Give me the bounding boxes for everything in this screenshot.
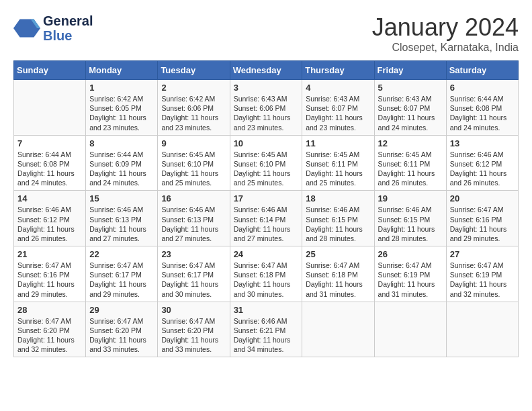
- calendar-header-row: SundayMondayTuesdayWednesdayThursdayFrid…: [14, 61, 519, 80]
- calendar-cell: 20Sunrise: 6:47 AMSunset: 6:16 PMDayligh…: [446, 191, 518, 246]
- day-number: 15: [89, 193, 154, 203]
- day-number: 7: [17, 138, 82, 148]
- day-number: 2: [161, 83, 226, 93]
- month-title: January 2024: [372, 13, 519, 42]
- calendar-cell: [374, 302, 446, 357]
- logo: General Blue: [13, 13, 93, 43]
- day-number: 27: [450, 249, 515, 259]
- calendar-week-row: 1Sunrise: 6:42 AMSunset: 6:05 PMDaylight…: [14, 80, 519, 136]
- cell-info: Sunrise: 6:44 AMSunset: 6:09 PMDaylight:…: [89, 150, 154, 188]
- logo-icon: [13, 15, 40, 42]
- calendar-cell: 10Sunrise: 6:45 AMSunset: 6:10 PMDayligh…: [230, 135, 302, 191]
- calendar-cell: 31Sunrise: 6:46 AMSunset: 6:21 PMDayligh…: [230, 302, 302, 357]
- cell-info: Sunrise: 6:46 AMSunset: 6:13 PMDaylight:…: [161, 205, 226, 243]
- day-number: 19: [378, 193, 443, 203]
- calendar-cell: 12Sunrise: 6:45 AMSunset: 6:11 PMDayligh…: [374, 135, 446, 191]
- weekday-header-saturday: Saturday: [446, 61, 518, 80]
- location-subtitle: Closepet, Karnataka, India: [372, 42, 519, 54]
- calendar-cell: 6Sunrise: 6:44 AMSunset: 6:08 PMDaylight…: [446, 80, 518, 136]
- cell-info: Sunrise: 6:47 AMSunset: 6:19 PMDaylight:…: [378, 261, 443, 299]
- day-number: 5: [378, 83, 443, 93]
- calendar-cell: 4Sunrise: 6:43 AMSunset: 6:07 PMDaylight…: [302, 80, 374, 136]
- day-number: 4: [306, 83, 370, 93]
- day-number: 10: [234, 138, 299, 148]
- calendar-week-row: 28Sunrise: 6:47 AMSunset: 6:20 PMDayligh…: [14, 302, 519, 357]
- calendar-cell: 3Sunrise: 6:43 AMSunset: 6:06 PMDaylight…: [230, 80, 302, 136]
- day-number: 22: [89, 249, 154, 259]
- day-number: 1: [89, 83, 154, 93]
- cell-info: Sunrise: 6:47 AMSunset: 6:20 PMDaylight:…: [89, 316, 154, 355]
- calendar-cell: 2Sunrise: 6:42 AMSunset: 6:06 PMDaylight…: [158, 80, 230, 136]
- calendar-cell: 18Sunrise: 6:46 AMSunset: 6:15 PMDayligh…: [302, 191, 374, 246]
- cell-info: Sunrise: 6:42 AMSunset: 6:06 PMDaylight:…: [161, 94, 226, 132]
- day-number: 6: [450, 83, 515, 93]
- weekday-header-sunday: Sunday: [14, 61, 86, 80]
- cell-info: Sunrise: 6:43 AMSunset: 6:07 PMDaylight:…: [378, 94, 443, 132]
- weekday-header-monday: Monday: [86, 61, 158, 80]
- calendar-cell: 16Sunrise: 6:46 AMSunset: 6:13 PMDayligh…: [158, 191, 230, 246]
- calendar-week-row: 21Sunrise: 6:47 AMSunset: 6:16 PMDayligh…: [14, 246, 519, 302]
- calendar-cell: 9Sunrise: 6:45 AMSunset: 6:10 PMDaylight…: [158, 135, 230, 191]
- day-number: 28: [17, 305, 82, 315]
- calendar-cell: 14Sunrise: 6:46 AMSunset: 6:12 PMDayligh…: [14, 191, 86, 246]
- cell-info: Sunrise: 6:46 AMSunset: 6:13 PMDaylight:…: [89, 205, 154, 243]
- cell-info: Sunrise: 6:47 AMSunset: 6:20 PMDaylight:…: [161, 316, 226, 355]
- day-number: 11: [306, 138, 370, 148]
- cell-info: Sunrise: 6:43 AMSunset: 6:07 PMDaylight:…: [306, 94, 370, 132]
- cell-info: Sunrise: 6:44 AMSunset: 6:08 PMDaylight:…: [450, 94, 515, 132]
- cell-info: Sunrise: 6:46 AMSunset: 6:12 PMDaylight:…: [450, 150, 515, 188]
- cell-info: Sunrise: 6:45 AMSunset: 6:10 PMDaylight:…: [234, 150, 299, 188]
- calendar-cell: 13Sunrise: 6:46 AMSunset: 6:12 PMDayligh…: [446, 135, 518, 191]
- cell-info: Sunrise: 6:47 AMSunset: 6:17 PMDaylight:…: [89, 261, 154, 299]
- calendar-week-row: 7Sunrise: 6:44 AMSunset: 6:08 PMDaylight…: [14, 135, 519, 191]
- calendar-table: SundayMondayTuesdayWednesdayThursdayFrid…: [13, 60, 519, 357]
- day-number: 12: [378, 138, 443, 148]
- cell-info: Sunrise: 6:46 AMSunset: 6:15 PMDaylight:…: [378, 205, 443, 243]
- cell-info: Sunrise: 6:45 AMSunset: 6:11 PMDaylight:…: [378, 150, 443, 188]
- calendar-cell: 7Sunrise: 6:44 AMSunset: 6:08 PMDaylight…: [14, 135, 86, 191]
- cell-info: Sunrise: 6:47 AMSunset: 6:17 PMDaylight:…: [161, 261, 226, 299]
- calendar-cell: 26Sunrise: 6:47 AMSunset: 6:19 PMDayligh…: [374, 246, 446, 302]
- day-number: 30: [161, 305, 226, 315]
- calendar-cell: 22Sunrise: 6:47 AMSunset: 6:17 PMDayligh…: [86, 246, 158, 302]
- day-number: 3: [234, 83, 299, 93]
- calendar-cell: [446, 302, 518, 357]
- logo-text-line2: Blue: [43, 28, 93, 43]
- calendar-cell: [302, 302, 374, 357]
- cell-info: Sunrise: 6:45 AMSunset: 6:10 PMDaylight:…: [161, 150, 226, 188]
- day-number: 8: [89, 138, 154, 148]
- cell-info: Sunrise: 6:47 AMSunset: 6:16 PMDaylight:…: [17, 261, 82, 299]
- calendar-cell: 25Sunrise: 6:47 AMSunset: 6:18 PMDayligh…: [302, 246, 374, 302]
- calendar-cell: 17Sunrise: 6:46 AMSunset: 6:14 PMDayligh…: [230, 191, 302, 246]
- calendar-cell: 23Sunrise: 6:47 AMSunset: 6:17 PMDayligh…: [158, 246, 230, 302]
- calendar-week-row: 14Sunrise: 6:46 AMSunset: 6:12 PMDayligh…: [14, 191, 519, 246]
- cell-info: Sunrise: 6:46 AMSunset: 6:14 PMDaylight:…: [234, 205, 299, 243]
- calendar-cell: 11Sunrise: 6:45 AMSunset: 6:11 PMDayligh…: [302, 135, 374, 191]
- calendar-cell: 29Sunrise: 6:47 AMSunset: 6:20 PMDayligh…: [86, 302, 158, 357]
- day-number: 18: [306, 193, 370, 203]
- cell-info: Sunrise: 6:46 AMSunset: 6:21 PMDaylight:…: [234, 316, 299, 355]
- weekday-header-tuesday: Tuesday: [158, 61, 230, 80]
- cell-info: Sunrise: 6:44 AMSunset: 6:08 PMDaylight:…: [17, 150, 82, 188]
- logo-text-line1: General: [43, 13, 93, 28]
- calendar-cell: 24Sunrise: 6:47 AMSunset: 6:18 PMDayligh…: [230, 246, 302, 302]
- calendar-cell: [14, 80, 86, 136]
- cell-info: Sunrise: 6:47 AMSunset: 6:18 PMDaylight:…: [306, 261, 370, 299]
- calendar-cell: 15Sunrise: 6:46 AMSunset: 6:13 PMDayligh…: [86, 191, 158, 246]
- day-number: 24: [234, 249, 299, 259]
- cell-info: Sunrise: 6:46 AMSunset: 6:12 PMDaylight:…: [17, 205, 82, 243]
- day-number: 26: [378, 249, 443, 259]
- cell-info: Sunrise: 6:47 AMSunset: 6:20 PMDaylight:…: [17, 316, 82, 355]
- cell-info: Sunrise: 6:42 AMSunset: 6:05 PMDaylight:…: [89, 94, 154, 132]
- day-number: 9: [161, 138, 226, 148]
- day-number: 14: [17, 193, 82, 203]
- cell-info: Sunrise: 6:47 AMSunset: 6:19 PMDaylight:…: [450, 261, 515, 299]
- calendar-cell: 5Sunrise: 6:43 AMSunset: 6:07 PMDaylight…: [374, 80, 446, 136]
- cell-info: Sunrise: 6:47 AMSunset: 6:16 PMDaylight:…: [450, 205, 515, 243]
- calendar-cell: 28Sunrise: 6:47 AMSunset: 6:20 PMDayligh…: [14, 302, 86, 357]
- day-number: 31: [234, 305, 299, 315]
- day-number: 23: [161, 249, 226, 259]
- calendar-cell: 19Sunrise: 6:46 AMSunset: 6:15 PMDayligh…: [374, 191, 446, 246]
- calendar-cell: 8Sunrise: 6:44 AMSunset: 6:09 PMDaylight…: [86, 135, 158, 191]
- calendar-cell: 1Sunrise: 6:42 AMSunset: 6:05 PMDaylight…: [86, 80, 158, 136]
